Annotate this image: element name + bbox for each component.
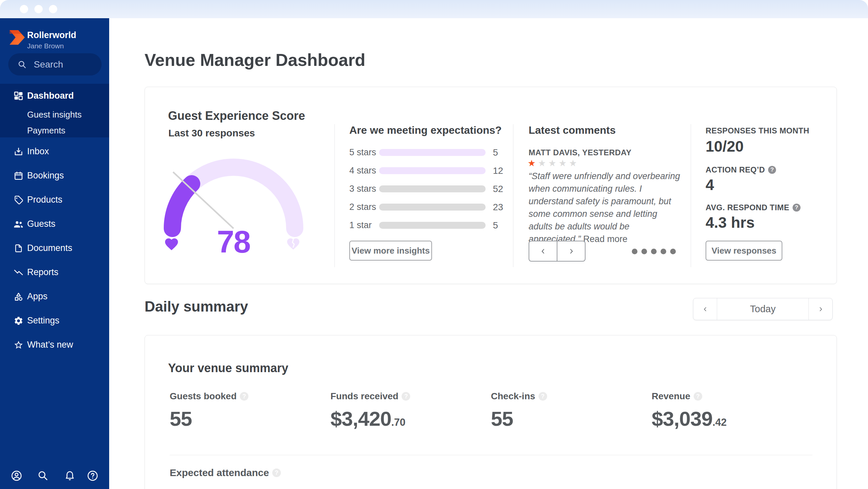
pagination-dot[interactable]: [651, 249, 657, 254]
sidebar-item-label: Guests: [27, 219, 56, 229]
pagination-dot[interactable]: [632, 249, 638, 254]
metric-revenue: Revenue? $3,039.42: [652, 391, 804, 430]
prev-comment-button[interactable]: [529, 241, 557, 262]
star-icon: [13, 340, 24, 350]
divider: [170, 455, 812, 455]
sidebar: Rollerworld Jane Brown Search Dashboard …: [0, 18, 109, 489]
metric-decimal: .42: [713, 416, 727, 428]
sidebar-item-documents[interactable]: Documents: [0, 236, 109, 260]
metric-check-ins: Check-ins? 55: [491, 391, 643, 430]
help-tooltip-icon[interactable]: ?: [694, 392, 702, 401]
document-icon: [13, 243, 24, 253]
sidebar-item-label: Inbox: [27, 146, 49, 156]
pagination-dot[interactable]: [670, 249, 676, 254]
app-window: Rollerworld Jane Brown Search Dashboard …: [0, 0, 868, 489]
next-day-button[interactable]: [808, 298, 832, 320]
chevron-right-icon: [568, 248, 575, 255]
brand-name: Rollerworld: [27, 30, 76, 40]
window-dot-icon[interactable]: [34, 5, 43, 13]
view-more-insights-button[interactable]: View more insights: [349, 241, 432, 261]
previous-day-button[interactable]: [693, 298, 717, 320]
sidebar-item-products[interactable]: Products: [0, 188, 109, 212]
bell-icon[interactable]: [64, 470, 76, 482]
sidebar-item-guest-insights[interactable]: Guest insights: [27, 110, 82, 120]
gauge-score: 78: [154, 224, 313, 260]
help-tooltip-icon[interactable]: ?: [272, 468, 281, 477]
bar-label: 4 stars: [349, 166, 379, 176]
sidebar-item-settings[interactable]: Settings: [0, 309, 109, 333]
expectations-row: 4 stars 12: [349, 162, 505, 180]
latest-comments-title: Latest comments: [529, 124, 616, 136]
view-responses-button[interactable]: View responses: [706, 241, 782, 261]
search-icon[interactable]: [37, 470, 49, 482]
bar-value: 5: [493, 147, 498, 158]
star-empty-icon: ★: [559, 158, 569, 168]
read-more-link[interactable]: Read more: [583, 234, 627, 244]
chevron-left-icon: [540, 248, 547, 255]
metric-decimal: .70: [391, 416, 406, 428]
help-tooltip-icon[interactable]: ?: [768, 166, 776, 174]
sidebar-item-whats-new[interactable]: What’s new: [0, 333, 109, 357]
bar-track: [379, 185, 486, 192]
sidebar-item-dashboard[interactable]: Dashboard: [0, 84, 109, 108]
sidebar-item-label: Bookings: [27, 171, 64, 181]
sidebar-item-bookings[interactable]: Bookings: [0, 164, 109, 188]
venue-summary-card: Your venue summary Guests booked? 55 Fun…: [145, 335, 837, 489]
sidebar-item-reports[interactable]: Reports: [0, 260, 109, 284]
sidebar-item-label: Dashboard: [27, 91, 74, 101]
bar-label: 3 stars: [349, 184, 379, 194]
sidebar-item-label: Products: [27, 195, 63, 205]
comments-pagination-dots: [632, 249, 676, 254]
sidebar-item-payments[interactable]: Payments: [27, 125, 65, 136]
comment-author: MATT DAVIS, YESTERDAY: [529, 148, 631, 157]
sidebar-item-guests[interactable]: Guests: [0, 212, 109, 236]
sidebar-item-apps[interactable]: Apps: [0, 284, 109, 309]
bar-track: [379, 222, 486, 229]
account-icon[interactable]: [10, 470, 23, 482]
next-comment-button[interactable]: [557, 241, 586, 262]
shapes-icon: [13, 291, 24, 301]
help-tooltip-icon[interactable]: ?: [240, 392, 248, 401]
chevron-right-icon: [818, 307, 823, 312]
divider: [513, 124, 514, 267]
help-tooltip-icon[interactable]: ?: [538, 392, 547, 401]
chart-line-icon: [13, 267, 24, 278]
help-icon[interactable]: [87, 470, 99, 482]
metric-funds-received: Funds received? $3,420.70: [331, 391, 483, 430]
star-filled-icon: ★: [528, 158, 538, 168]
sidebar-item-inbox[interactable]: Inbox: [0, 139, 109, 164]
sidebar-search-input[interactable]: Search: [8, 53, 101, 76]
bar-track: [379, 149, 486, 156]
metric-guests-booked: Guests booked? 55: [170, 391, 322, 430]
expectations-bars: 5 stars 5 4 stars 12 3 stars 52 2 stars: [349, 143, 505, 234]
metric-value: $3,039: [652, 407, 713, 430]
sidebar-item-label: Settings: [27, 316, 60, 326]
sidebar-item-label: Reports: [27, 267, 59, 278]
brand-user: Jane Brown: [27, 42, 64, 50]
sidebar-item-label: Documents: [27, 243, 72, 253]
bar-track: [379, 204, 486, 210]
bar-label: 2 stars: [349, 202, 379, 212]
date-period-selector: Today: [693, 298, 833, 320]
avg-respond-time-value: 4.3 hrs: [706, 213, 754, 231]
help-tooltip-icon[interactable]: ?: [402, 392, 410, 401]
expectations-row: 3 stars 52: [349, 180, 505, 198]
daily-summary-title: Daily summary: [145, 298, 248, 315]
main-content: Venue Manager Dashboard Guest Experience…: [109, 18, 868, 489]
period-today-button[interactable]: Today: [717, 298, 808, 320]
roller-arrow-logo-icon: [9, 29, 25, 46]
chevron-left-icon: [703, 307, 708, 312]
window-dot-icon[interactable]: [49, 5, 57, 13]
ges-card-title: Guest Experience Score: [168, 109, 305, 123]
avg-respond-time-label: AVG. RESPOND TIME ?: [706, 203, 801, 212]
window-dot-icon[interactable]: [20, 5, 28, 13]
bar-value: 52: [493, 184, 503, 194]
pagination-dot[interactable]: [642, 249, 647, 254]
action-reqd-value: 4: [706, 176, 714, 194]
expectations-row: 1 star 5: [349, 216, 505, 234]
bar-value: 23: [493, 202, 503, 212]
help-tooltip-icon[interactable]: ?: [793, 204, 801, 211]
pagination-dot[interactable]: [660, 249, 666, 254]
calendar-icon: [13, 171, 24, 181]
bar-value: 5: [493, 220, 498, 231]
